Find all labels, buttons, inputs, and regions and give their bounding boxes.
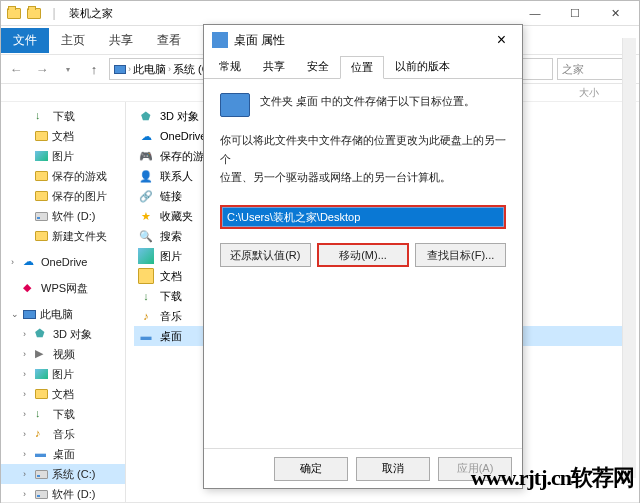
nav-software-d2[interactable]: ›软件 (D:) xyxy=(1,484,125,502)
nav-pictures[interactable]: 图片 xyxy=(1,146,125,166)
download-icon: ↓ xyxy=(35,407,49,421)
recent-dropdown[interactable]: ▾ xyxy=(57,58,79,80)
nav-documents2[interactable]: ›文档 xyxy=(1,384,125,404)
location-description: 你可以将此文件夹中文件存储的位置更改为此硬盘上的另一个 位置、另一个驱动器或网络… xyxy=(220,131,506,187)
dialog-titlebar: 桌面 属性 × xyxy=(204,25,522,55)
nav-new-folder[interactable]: 新建文件夹 xyxy=(1,226,125,246)
tab-home[interactable]: 主页 xyxy=(49,28,97,53)
tab-general[interactable]: 常规 xyxy=(208,55,252,78)
document-icon xyxy=(35,131,48,141)
nav-downloads2[interactable]: ›↓下载 xyxy=(1,404,125,424)
find-target-button[interactable]: 查找目标(F)... xyxy=(415,243,506,267)
nav-3d-objects[interactable]: ›⬟3D 对象 xyxy=(1,324,125,344)
pc-icon xyxy=(23,310,36,319)
search-icon: 🔍 xyxy=(138,228,154,244)
nav-software-d[interactable]: 软件 (D:) xyxy=(1,206,125,226)
nav-system-c[interactable]: ›系统 (C:) xyxy=(1,464,125,484)
nav-saved-pics[interactable]: 保存的图片 xyxy=(1,186,125,206)
desktop-icon xyxy=(212,32,228,48)
minimize-button[interactable]: — xyxy=(515,3,555,23)
star-icon: ★ xyxy=(138,208,154,224)
nav-saved-games[interactable]: 保存的游戏 xyxy=(1,166,125,186)
chevron-right-icon[interactable]: › xyxy=(23,429,26,439)
chevron-right-icon[interactable]: › xyxy=(23,469,26,479)
tab-file[interactable]: 文件 xyxy=(1,28,49,53)
move-button[interactable]: 移动(M)... xyxy=(317,243,410,267)
tab-location[interactable]: 位置 xyxy=(340,56,384,79)
titlebar: | 装机之家 — ☐ ✕ xyxy=(1,1,639,26)
drive-icon xyxy=(35,470,48,479)
picture-icon xyxy=(35,369,48,379)
window-title: 装机之家 xyxy=(69,6,113,21)
download-icon: ↓ xyxy=(138,288,154,304)
folder-large-icon xyxy=(220,93,250,117)
chevron-right-icon[interactable]: › xyxy=(23,389,26,399)
chevron-down-icon[interactable]: ⌄ xyxy=(11,309,19,319)
navigation-pane: ↓下载 文档 图片 保存的游戏 保存的图片 软件 (D:) 新建文件夹 ›☁On… xyxy=(1,102,126,502)
chevron-right-icon[interactable]: › xyxy=(23,369,26,379)
chevron-right-icon[interactable]: › xyxy=(23,409,26,419)
breadcrumb-pc[interactable]: 此电脑 xyxy=(133,62,166,77)
ok-button[interactable]: 确定 xyxy=(274,457,348,481)
nav-wps[interactable]: ◆WPS网盘 xyxy=(1,278,125,298)
dialog-title: 桌面 属性 xyxy=(234,32,285,49)
search-input[interactable]: 之家 xyxy=(557,58,627,80)
forward-button[interactable]: → xyxy=(31,58,53,80)
chevron-right-icon[interactable]: › xyxy=(11,257,14,267)
tab-share[interactable]: 共享 xyxy=(97,28,145,53)
games-icon: 🎮 xyxy=(138,148,154,164)
desktop-icon: ▬ xyxy=(35,447,49,461)
close-icon[interactable]: × xyxy=(489,31,514,49)
folder-icon xyxy=(35,231,48,241)
restore-default-button[interactable]: 还原默认值(R) xyxy=(220,243,311,267)
onedrive-icon: ☁ xyxy=(138,128,154,144)
watermark: www.rjtj.cn软荐网 xyxy=(471,463,634,493)
tab-sharing[interactable]: 共享 xyxy=(252,55,296,78)
chevron-right-icon[interactable]: › xyxy=(23,449,26,459)
video-icon: ▶ xyxy=(35,347,49,361)
nav-videos[interactable]: ›▶视频 xyxy=(1,344,125,364)
nav-documents[interactable]: 文档 xyxy=(1,126,125,146)
tab-view[interactable]: 查看 xyxy=(145,28,193,53)
up-button[interactable]: ↑ xyxy=(83,58,105,80)
drive-icon xyxy=(35,212,48,221)
tab-previous[interactable]: 以前的版本 xyxy=(384,55,461,78)
nav-this-pc[interactable]: ⌄此电脑 xyxy=(1,304,125,324)
search-placeholder: 之家 xyxy=(562,62,584,77)
link-icon: 🔗 xyxy=(138,188,154,204)
download-icon: ↓ xyxy=(35,109,49,123)
document-icon xyxy=(138,268,154,284)
tab-security[interactable]: 安全 xyxy=(296,55,340,78)
scrollbar[interactable] xyxy=(622,38,636,478)
contacts-icon: 👤 xyxy=(138,168,154,184)
nav-pictures2[interactable]: ›图片 xyxy=(1,364,125,384)
back-button[interactable]: ← xyxy=(5,58,27,80)
nav-downloads[interactable]: ↓下载 xyxy=(1,106,125,126)
3d-icon: ⬟ xyxy=(35,327,49,341)
dialog-tabs: 常规 共享 安全 位置 以前的版本 xyxy=(204,55,522,79)
nav-onedrive[interactable]: ›☁OneDrive xyxy=(1,252,125,272)
cancel-button[interactable]: 取消 xyxy=(356,457,430,481)
desktop-icon: ▬ xyxy=(138,328,154,344)
chevron-right-icon[interactable]: › xyxy=(23,349,26,359)
picture-icon xyxy=(35,151,48,161)
chevron-right-icon[interactable]: › xyxy=(23,329,26,339)
dialog-body: 文件夹 桌面 中的文件存储于以下目标位置。 你可以将此文件夹中文件存储的位置更改… xyxy=(204,79,522,448)
close-button[interactable]: ✕ xyxy=(595,3,635,23)
maximize-button[interactable]: ☐ xyxy=(555,3,595,23)
wps-icon: ◆ xyxy=(23,281,37,295)
document-icon xyxy=(35,389,48,399)
music-icon: ♪ xyxy=(35,427,49,441)
folder-icon xyxy=(5,4,23,22)
onedrive-icon: ☁ xyxy=(23,255,37,269)
chevron-right-icon[interactable]: › xyxy=(23,489,26,499)
nav-music[interactable]: ›♪音乐 xyxy=(1,424,125,444)
qat-divider: | xyxy=(45,4,63,22)
properties-dialog: 桌面 属性 × 常规 共享 安全 位置 以前的版本 文件夹 桌面 中的文件存储于… xyxy=(203,24,523,489)
quick-access-icon[interactable] xyxy=(25,4,43,22)
location-header: 文件夹 桌面 中的文件存储于以下目标位置。 xyxy=(260,93,475,110)
path-input-highlight xyxy=(220,205,506,229)
nav-desktop[interactable]: ›▬桌面 xyxy=(1,444,125,464)
picture-icon xyxy=(138,248,154,264)
path-field[interactable] xyxy=(222,207,504,227)
